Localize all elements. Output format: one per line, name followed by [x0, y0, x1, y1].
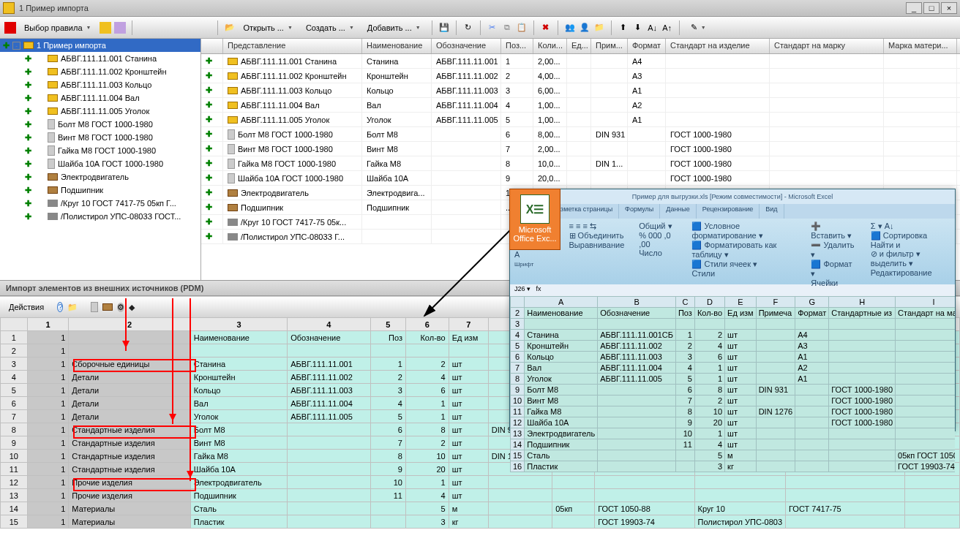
tree-item[interactable]: ✚АБВГ.111.11.001 Станина [0, 52, 200, 65]
paste-icon[interactable]: 📋 [516, 22, 528, 34]
rule-select-dropdown[interactable]: Выбор правила [19, 21, 97, 34]
sort-desc-icon[interactable]: A↑ [661, 22, 673, 34]
excel-grid[interactable]: ABCDEFGHIJ2НаименованиеОбозначениеПозКол… [510, 296, 955, 472]
tree-item[interactable]: ✚Гайка М8 ГОСТ 1000-1980 [0, 144, 200, 157]
grid-header-cell[interactable]: Представление [223, 39, 362, 53]
tree-root[interactable]: ✚ - 1 Пример импорта [0, 39, 200, 52]
tree-item[interactable]: ✚Болт М8 ГОСТ 1000-1980 [0, 118, 200, 131]
arrow-up-icon[interactable]: ⬆ [618, 22, 629, 34]
actions-dropdown[interactable]: Действия [4, 301, 48, 313]
maximize-button[interactable]: □ [923, 2, 940, 14]
tree-item[interactable]: ✚АБВГ.111.11.002 Кронштейн [0, 65, 200, 78]
add-icon: ✚ [25, 159, 31, 169]
black-tag-icon[interactable]: ◆ [129, 303, 135, 312]
add-icon: ✚ [25, 212, 31, 222]
add-icon: ✚ [25, 107, 31, 116]
grid-row[interactable]: ✚АБВГ.111.11.005 УголокУголокАБВГ.111.11… [201, 113, 960, 127]
tree-item[interactable]: ✚/Круг 10 ГОСТ 7417-75 05кп Г... [0, 197, 200, 210]
gray-icon [48, 119, 55, 129]
tree-item[interactable]: ✚Подшипник [0, 183, 200, 197]
folder-yellow-icon[interactable]: 📁 [593, 22, 605, 34]
grid-row[interactable]: ✚Гайка М8 ГОСТ 1000-1980Гайка М8810,0...… [201, 156, 960, 171]
tree-item[interactable]: ✚/Полистирол УПС-0803З ГОСТ... [0, 210, 200, 223]
add-icon: ✚ [25, 94, 31, 103]
collapse-icon[interactable]: - [12, 42, 20, 50]
excel-tab[interactable]: Вид [760, 204, 784, 219]
tree-item[interactable]: ✚АБВГ.111.11.004 Вал [0, 91, 200, 105]
grid-row[interactable]: ✚АБВГ.111.11.003 КольцоКольцоАБВГ.111.11… [201, 83, 960, 98]
tree-item-label: АБВГ.111.11.004 Вал [61, 94, 140, 102]
grid-header-cell[interactable]: Формат [628, 39, 666, 53]
add-icon: ✚ [25, 146, 31, 156]
help-icon[interactable]: ? [57, 302, 63, 312]
folder-icon [48, 107, 58, 115]
tree-item-label: Болт М8 ГОСТ 1000-1980 [58, 120, 153, 129]
grid-header-cell[interactable]: Поз... [501, 39, 533, 53]
cut-icon[interactable]: ✂ [487, 22, 498, 34]
tree-item-label: Шайба 10А ГОСТ 1000-1980 [58, 159, 163, 168]
add-button[interactable]: Добавить ... [362, 21, 426, 34]
open-button[interactable]: Открыть ... [239, 21, 298, 34]
grid-row[interactable]: ✚АБВГ.111.11.004 ВалВалАБВГ.111.11.00441… [201, 98, 960, 113]
create-button[interactable]: Создать ... [301, 21, 359, 34]
excel-logo-icon: X☰ [520, 194, 550, 224]
swap-icon[interactable] [114, 22, 126, 34]
gray-part-icon[interactable] [91, 302, 98, 312]
hierarchy-icon[interactable] [100, 22, 111, 34]
open-icon: 📂 [224, 22, 236, 34]
grid-header-cell[interactable]: Прим... [591, 39, 628, 53]
cube-icon [4, 22, 16, 34]
tree-panel: ✚ - 1 Пример импорта ✚АБВГ.111.11.001 Ст… [0, 39, 201, 280]
gear-icon[interactable]: ⚙ [117, 303, 124, 312]
add-icon: ✚ [25, 54, 31, 64]
tree-item[interactable]: ✚АБВГ.111.11.005 Уголок [0, 105, 200, 118]
tree-item[interactable]: ✚Электродвигатель [0, 170, 200, 183]
expand-icon[interactable]: ✚ [3, 41, 10, 50]
tree-item[interactable]: ✚АБВГ.111.11.003 Кольцо [0, 78, 200, 91]
tree-item-label: Винт М8 ГОСТ 1000-1980 [58, 133, 153, 142]
grid-row[interactable]: ✚АБВГ.111.11.002 КронштейнКронштейнАБВГ.… [201, 69, 960, 83]
grid-header-cell[interactable]: Марка матери... [884, 39, 957, 53]
add-icon: ✚ [25, 199, 31, 208]
copy-icon[interactable]: ⧉ [501, 22, 513, 34]
grid-header-cell[interactable] [201, 39, 223, 53]
grid-header-cell[interactable]: Наименование [362, 39, 432, 53]
add-icon: ✚ [25, 186, 31, 195]
brown-part-icon[interactable] [102, 303, 113, 311]
edit-dropdown[interactable]: ✎ [686, 20, 711, 34]
grid-header-cell[interactable]: Коли... [533, 39, 567, 53]
flag-icon [48, 200, 58, 207]
save-icon[interactable]: 💾 [438, 22, 450, 34]
grid-header-cell[interactable]: Обозначение [432, 39, 501, 53]
grid-row[interactable]: ✚Шайба 10А ГОСТ 1000-1980Шайба 10А920,0.… [201, 171, 960, 186]
user-icon[interactable]: 👤 [579, 22, 590, 34]
tree-item-label: Электродвигатель [61, 173, 129, 181]
grid-header-cell[interactable]: Стандарт на марку [770, 39, 884, 53]
delete-icon[interactable]: ✖ [540, 22, 552, 34]
add-icon: ✚ [25, 67, 31, 77]
add-icon: ✚ [25, 133, 31, 143]
tree-item[interactable]: ✚Винт М8 ГОСТ 1000-1980 [0, 131, 200, 144]
flag-icon [48, 213, 58, 220]
excel-window: Пример для выгрузки.xls [Режим совместим… [509, 189, 956, 431]
users-icon[interactable]: 👥 [564, 22, 576, 34]
grid-header-cell[interactable]: Стандарт на изделие [666, 39, 770, 53]
excel-tab[interactable]: Данные [660, 204, 697, 219]
tree-item-label: АБВГ.111.11.003 Кольцо [61, 80, 151, 89]
refresh-icon[interactable]: ↻ [462, 22, 474, 34]
arrow-down-icon[interactable]: ⬇ [632, 22, 644, 34]
excel-tab[interactable]: Формулы [619, 204, 660, 219]
minimize-button[interactable]: _ [906, 2, 922, 14]
excel-ribbon-tabs[interactable]: ВставкаРазметка страницыФормулыДанныеРец… [510, 204, 955, 219]
excel-tab[interactable]: Рецензирование [697, 204, 760, 219]
gray-icon [48, 145, 55, 156]
tree-item[interactable]: ✚Шайба 10А ГОСТ 1000-1980 [0, 157, 200, 170]
sort-asc-icon[interactable]: A↓ [647, 22, 659, 34]
folder2-icon[interactable]: 📁 [67, 303, 78, 312]
grid-header-cell[interactable]: Ед... [567, 39, 591, 53]
grid-row[interactable]: ✚Болт М8 ГОСТ 1000-1980Болт М868,00...DI… [201, 127, 960, 142]
grid-row[interactable]: ✚АБВГ.111.11.001 СтанинаСтанинаАБВГ.111.… [201, 54, 960, 69]
close-button[interactable]: × [941, 2, 957, 14]
excel-file-icon: X☰ Microsoft Office Exc... [509, 189, 560, 250]
grid-row[interactable]: ✚Винт М8 ГОСТ 1000-1980Винт М872,00...ГО… [201, 142, 960, 156]
